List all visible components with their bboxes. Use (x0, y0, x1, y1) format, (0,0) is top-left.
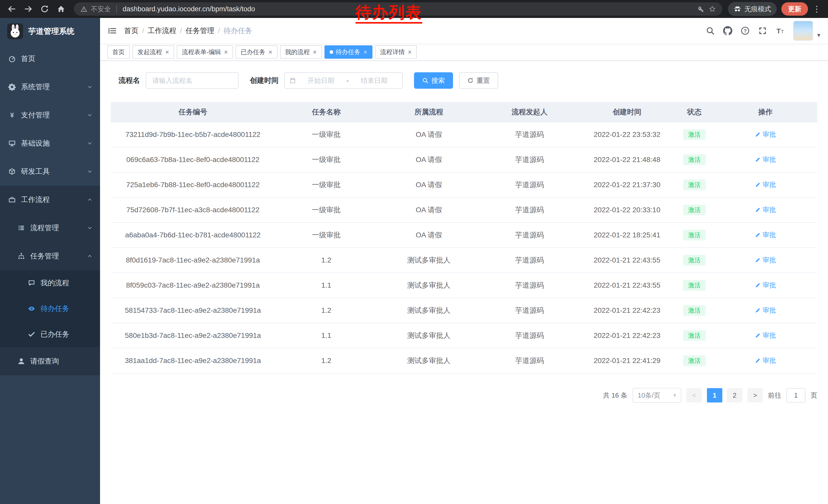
fullscreen-icon (758, 27, 767, 35)
chat-icon (27, 279, 36, 287)
breadcrumb-item[interactable]: 首页 (124, 26, 138, 36)
reload-icon (40, 5, 49, 13)
search-button[interactable]: 搜索 (414, 72, 453, 89)
search-button[interactable] (703, 23, 718, 38)
approve-link[interactable]: 审批 (755, 180, 776, 189)
key-icon[interactable] (697, 6, 704, 12)
security-label[interactable]: 不安全 (91, 5, 111, 13)
tab-process-detail[interactable]: 流程详情 × (375, 45, 417, 59)
sidebar-item-system-management[interactable]: 系统管理 (0, 73, 100, 101)
table-row: 73211d9d-7b9b-11ec-b5b7-acde48001122 一级审… (111, 122, 817, 147)
star-icon[interactable] (709, 6, 716, 12)
approve-link[interactable]: 审批 (755, 356, 776, 365)
sidebar-item-process-management[interactable]: 流程管理 (0, 214, 100, 242)
end-date-input[interactable]: 结束日期 (350, 76, 398, 85)
sidebar-item-workflow[interactable]: 工作流程 (0, 186, 100, 214)
tab-form-edit[interactable]: 流程表单-编辑 × (177, 45, 233, 59)
sidebar-item-label: 待办任务 (41, 304, 92, 314)
process-cell: 测试多审批人 (378, 298, 480, 323)
sidebar-item-task-management[interactable]: 任务管理 (0, 242, 100, 270)
column-header-3: 流程发起人 (480, 102, 579, 122)
next-page-button[interactable]: > (747, 388, 763, 403)
approve-link[interactable]: 审批 (755, 155, 776, 164)
close-icon[interactable]: × (165, 49, 169, 55)
approve-link[interactable]: 审批 (755, 256, 776, 265)
sidebar-item-infrastructure[interactable]: 基础设施 (0, 129, 100, 157)
start-date-input[interactable]: 开始日期 (297, 76, 344, 85)
tab-start-process[interactable]: 发起流程 × (132, 45, 174, 59)
column-header-2: 所属流程 (378, 102, 480, 122)
tab-todo-tasks[interactable]: 待办任务 × (325, 45, 372, 59)
forward-button[interactable] (21, 2, 35, 16)
forward-arrow-icon (24, 5, 33, 13)
app-logo[interactable]: 芋道管理系统 (0, 18, 100, 45)
column-header-1: 任务名称 (275, 102, 378, 122)
page-button-2[interactable]: 2 (727, 388, 742, 403)
approve-link[interactable]: 审批 (755, 281, 776, 290)
goto-label: 前往 (768, 391, 781, 400)
reload-button[interactable] (37, 2, 52, 16)
status-badge: 激活 (683, 280, 706, 291)
close-icon[interactable]: × (268, 49, 272, 55)
sidebar-item-todo-task[interactable]: 待办任务 (0, 296, 100, 321)
date-range-picker[interactable]: 开始日期 - 结束日期 (284, 72, 403, 89)
prev-page-button[interactable]: < (687, 388, 702, 403)
tab-my-process[interactable]: 我的流程 × (280, 45, 322, 59)
home-button[interactable] (54, 2, 68, 16)
url-text[interactable]: dashboard.yudao.iocoder.cn/bpm/task/todo (123, 5, 255, 13)
tab-home[interactable]: 首页 (107, 45, 130, 59)
reset-button[interactable]: 重置 (459, 72, 498, 89)
process-cell: OA 请假 (378, 172, 480, 197)
avatar[interactable] (793, 21, 813, 41)
action-cell: 审批 (714, 172, 817, 197)
status-cell: 激活 (675, 223, 714, 248)
fullscreen-button[interactable] (755, 23, 770, 38)
create-time-cell: 2022-01-21 22:42:23 (579, 298, 675, 323)
task-id-cell: 725a1eb6-7b88-11ec-8ef0-acde48001122 (111, 172, 275, 197)
page-size-select[interactable]: 10条/页 ▾ (632, 388, 681, 403)
sidebar-item-done-task[interactable]: 已办任务 (0, 321, 100, 347)
breadcrumb-item[interactable]: 工作流程 (148, 26, 176, 36)
close-icon[interactable]: × (224, 49, 228, 55)
approve-link[interactable]: 审批 (755, 205, 776, 214)
process-cell: 测试多审批人 (378, 348, 480, 373)
font-size-button[interactable] (773, 23, 787, 38)
approve-link[interactable]: 审批 (755, 331, 776, 340)
goto-page-input[interactable] (786, 388, 805, 403)
font-size-icon (776, 27, 784, 35)
status-badge: 激活 (683, 204, 706, 215)
tab-label: 发起流程 (137, 48, 162, 56)
close-icon[interactable]: × (364, 49, 367, 55)
close-icon[interactable]: × (313, 49, 317, 55)
breadcrumb-item[interactable]: 任务管理 (186, 26, 214, 36)
sidebar-item-home[interactable]: 首页 (0, 45, 100, 73)
sidebar-item-leave-query[interactable]: 请假查询 (0, 347, 100, 375)
update-button[interactable]: 更新 (781, 2, 808, 16)
gear-icon (8, 83, 16, 91)
sidebar-item-payment-management[interactable]: 支付管理 (0, 101, 100, 129)
status-cell: 激活 (675, 197, 714, 223)
yen-icon (8, 111, 16, 119)
approve-link[interactable]: 审批 (755, 230, 776, 239)
back-button[interactable] (5, 2, 19, 16)
navbar-tools: ▾ (703, 21, 820, 41)
approve-link[interactable]: 审批 (755, 306, 776, 315)
sidebar-toggle-button[interactable] (108, 26, 117, 35)
docs-button[interactable] (738, 23, 753, 38)
browser-menu-icon[interactable]: ⋮ (810, 4, 823, 14)
page-button-1[interactable]: 1 (707, 388, 722, 403)
tab-done-tasks[interactable]: 已办任务 × (236, 45, 277, 59)
create-time-cell: 2022-01-22 21:37:30 (579, 172, 675, 197)
pencil-icon (755, 207, 760, 213)
sidebar-item-my-process[interactable]: 我的流程 (0, 270, 100, 296)
chevron-down-icon[interactable]: ▾ (817, 32, 820, 39)
status-badge: 激活 (683, 330, 706, 341)
process-name-input[interactable] (146, 72, 239, 89)
column-header-4: 创建时间 (579, 102, 675, 122)
github-button[interactable] (720, 23, 735, 38)
close-icon[interactable]: × (408, 49, 412, 55)
task-id-cell: 069c6a63-7b8a-11ec-8ef0-acde48001122 (111, 147, 275, 172)
incognito-badge: 无痕模式 (728, 2, 777, 16)
sidebar-item-dev-tools[interactable]: 研发工具 (0, 157, 100, 186)
approve-link[interactable]: 审批 (755, 130, 776, 139)
